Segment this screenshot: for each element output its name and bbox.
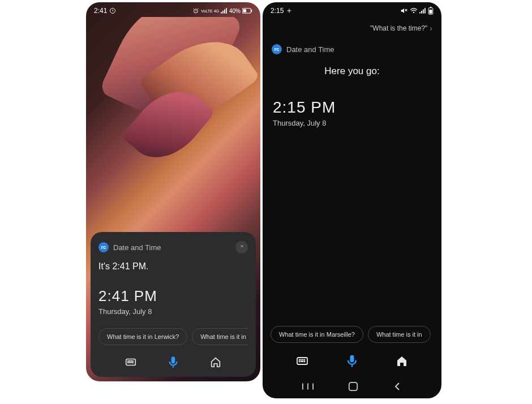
svg-rect-3 bbox=[222, 11, 224, 14]
home-button[interactable] bbox=[394, 353, 410, 369]
svg-point-34 bbox=[302, 359, 303, 360]
svg-point-35 bbox=[304, 359, 304, 360]
mic-button[interactable] bbox=[165, 354, 181, 370]
app-icon: rc bbox=[98, 242, 109, 252]
suggestion-chip[interactable]: What time is it in bbox=[368, 326, 431, 343]
signal-icon bbox=[419, 8, 426, 14]
wifi-icon bbox=[410, 7, 418, 14]
svg-point-13 bbox=[132, 361, 133, 362]
suggestion-chip[interactable]: What time is it in Vale bbox=[192, 328, 248, 345]
keyboard-icon bbox=[125, 356, 137, 368]
alarm-icon bbox=[192, 7, 199, 14]
recents-icon bbox=[302, 382, 314, 391]
svg-rect-26 bbox=[423, 10, 424, 14]
svg-rect-2 bbox=[221, 12, 222, 13]
home-icon bbox=[395, 354, 409, 368]
suggestion-chip[interactable]: What time is it in Marseille? bbox=[271, 326, 363, 343]
mic-button[interactable] bbox=[344, 353, 360, 369]
app-icon: rc bbox=[272, 44, 282, 54]
time-display: 2:15 PM bbox=[273, 98, 441, 117]
phone-screen-left: 2:41 VoLTE 4G 40% rc Date and Time ❞ It'… bbox=[86, 2, 260, 381]
response-text: It's 2:41 PM. bbox=[98, 261, 248, 272]
date-display: Thursday, July 8 bbox=[273, 119, 441, 127]
status-time: 2:41 bbox=[94, 7, 107, 15]
svg-rect-25 bbox=[421, 11, 422, 14]
nav-home-icon bbox=[348, 381, 358, 392]
status-time: 2:15 bbox=[271, 7, 284, 15]
mic-icon bbox=[344, 353, 360, 369]
battery-percent: 40% bbox=[229, 8, 241, 14]
svg-point-37 bbox=[304, 361, 304, 362]
nav-home-button[interactable] bbox=[348, 381, 358, 392]
svg-rect-31 bbox=[297, 358, 307, 364]
mute-icon bbox=[400, 7, 408, 14]
svg-point-12 bbox=[131, 361, 132, 362]
svg-point-36 bbox=[299, 361, 299, 362]
mic-icon bbox=[166, 355, 181, 369]
svg-point-33 bbox=[301, 359, 301, 360]
svg-rect-44 bbox=[349, 382, 357, 390]
keyboard-icon bbox=[295, 354, 309, 368]
svg-point-23 bbox=[413, 12, 414, 13]
svg-rect-9 bbox=[126, 359, 136, 366]
svg-rect-7 bbox=[251, 10, 252, 12]
svg-rect-30 bbox=[429, 10, 432, 14]
wallpaper: rc Date and Time ❞ It's 2:41 PM. 2:41 PM… bbox=[86, 17, 260, 381]
chevron-right-icon: › bbox=[430, 24, 432, 33]
time-display: 2:41 PM bbox=[98, 287, 248, 305]
home-icon bbox=[209, 356, 222, 368]
suggestion-chips: What time is it in Marseille? What time … bbox=[263, 326, 441, 343]
plus-icon bbox=[286, 7, 293, 14]
keyboard-button[interactable] bbox=[294, 353, 310, 369]
svg-rect-29 bbox=[430, 7, 432, 8]
query-header[interactable]: "What is the time?" › bbox=[263, 20, 441, 40]
back-icon bbox=[393, 382, 402, 391]
home-button[interactable] bbox=[208, 354, 224, 370]
card-title: Date and Time bbox=[286, 45, 334, 54]
svg-rect-27 bbox=[424, 8, 426, 14]
svg-rect-8 bbox=[243, 9, 246, 12]
phone-screen-right: 2:15 "What is the time?" › rc Date and T… bbox=[263, 2, 441, 398]
status-bar: 2:41 VoLTE 4G 40% bbox=[86, 2, 260, 17]
keyboard-button[interactable] bbox=[123, 354, 139, 370]
svg-point-32 bbox=[299, 359, 299, 360]
svg-point-11 bbox=[130, 361, 130, 362]
svg-rect-24 bbox=[419, 12, 421, 13]
assistant-card: rc Date and Time ❞ It's 2:41 PM. 2:41 PM… bbox=[91, 232, 256, 377]
svg-rect-5 bbox=[226, 8, 227, 14]
quote-icon[interactable]: ❞ bbox=[235, 241, 248, 253]
svg-point-14 bbox=[128, 362, 128, 363]
battery-icon bbox=[242, 8, 252, 14]
svg-rect-39 bbox=[350, 355, 354, 363]
svg-rect-17 bbox=[171, 356, 175, 363]
battery-icon bbox=[428, 7, 434, 15]
suggestion-chip[interactable]: What time is it in Lerwick? bbox=[98, 328, 187, 345]
date-display: Thursday, July 8 bbox=[98, 307, 248, 316]
card-title: Date and Time bbox=[113, 243, 161, 252]
back-button[interactable] bbox=[393, 382, 402, 391]
network-indicator: VoLTE 4G bbox=[201, 9, 219, 13]
signal-icon bbox=[221, 8, 228, 14]
navigation-bar bbox=[263, 376, 441, 398]
query-text: "What is the time?" bbox=[370, 24, 427, 32]
svg-point-15 bbox=[132, 362, 133, 363]
status-bar: 2:15 bbox=[263, 2, 441, 17]
recents-button[interactable] bbox=[302, 382, 314, 391]
response-heading: Here you go: bbox=[263, 66, 441, 77]
clock-icon bbox=[109, 7, 116, 14]
suggestion-chips: What time is it in Lerwick? What time is… bbox=[98, 328, 248, 345]
svg-rect-4 bbox=[224, 10, 225, 14]
svg-point-10 bbox=[128, 361, 128, 362]
